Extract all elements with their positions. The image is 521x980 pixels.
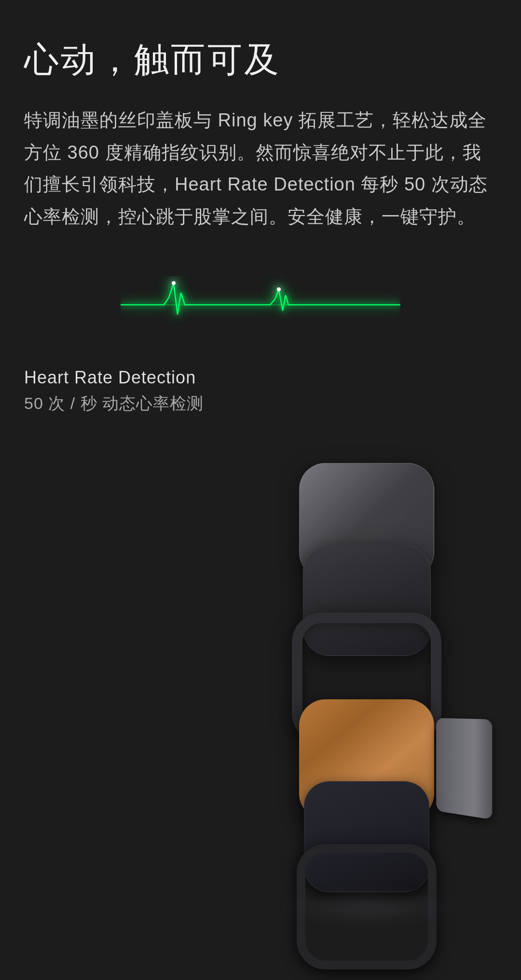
description-text: 特调油墨的丝印盖板与 Ring key 拓展工艺，轻松达成全方位 360 度精确…: [24, 104, 497, 232]
heartrate-animation: [24, 266, 497, 343]
page-title: 心动，触而可及: [24, 39, 497, 80]
svg-point-1: [172, 281, 176, 285]
svg-point-2: [277, 287, 281, 291]
heartrate-feature-title: Heart Rate Detection: [24, 368, 497, 388]
heartrate-svg: [121, 276, 400, 334]
page-container: 心动，触而可及 特调油墨的丝印盖板与 Ring key 拓展工艺，轻松达成全方位…: [0, 0, 521, 980]
heartrate-feature-subtitle: 50 次 / 秒 动态心率检测: [24, 393, 497, 415]
heartrate-label: Heart Rate Detection 50 次 / 秒 动态心率检测: [24, 368, 497, 415]
device-exploded-view: [232, 463, 502, 897]
device-section: [24, 463, 497, 951]
device-reflection: [280, 887, 453, 926]
device-layer-metal-side: [436, 718, 492, 820]
